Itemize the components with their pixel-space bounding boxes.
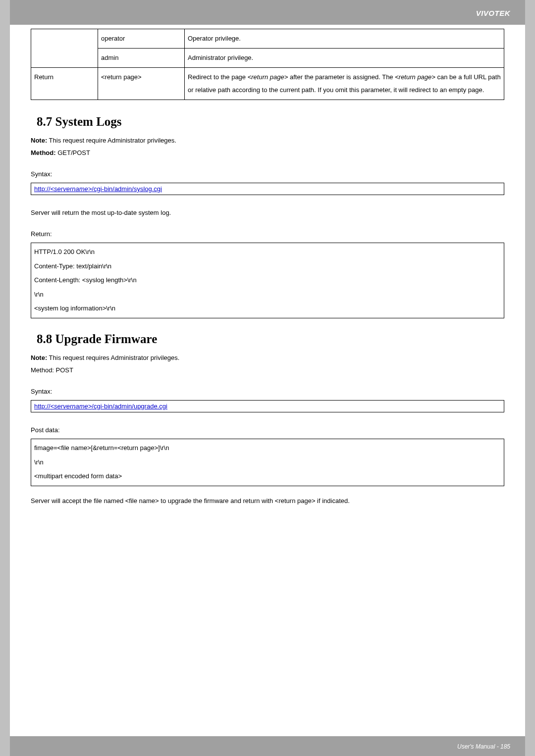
header-bar: VIVOTEK	[10, 0, 525, 25]
upgrade-url-link[interactable]: http://<servername>/cgi-bin/admin/upgrad…	[34, 403, 167, 410]
cell-return-desc: Redirect to the page <return page> after…	[185, 68, 504, 100]
text-frag-italic: <return page>	[248, 73, 288, 81]
section-heading-87: 8.7 System Logs	[37, 115, 504, 129]
url-frag-italic: <servername>	[51, 185, 92, 193]
note-line: Note: This request require Administrator…	[31, 137, 504, 144]
syslog-url-link[interactable]: http://<servername>/cgi-bin/admin/syslog…	[34, 185, 162, 193]
text-frag-italic: <return page>	[395, 73, 435, 81]
url-box: http://<servername>/cgi-bin/admin/syslog…	[31, 183, 504, 195]
return-code-box: HTTP/1.0 200 OK\r\n Content-Type: text/p…	[31, 243, 504, 318]
after-post-text: Server will accept the file named <file …	[31, 497, 504, 504]
method-label: Method:	[31, 149, 56, 156]
url-frag: http://	[34, 185, 51, 193]
url-frag: /cgi-bin/admin/upgrade.cgi	[92, 403, 167, 410]
cell-admin-desc: Administrator privilege.	[185, 49, 504, 68]
section-heading-88: 8.8 Upgrade Firmware	[37, 332, 504, 346]
parameter-table: operator Operator privilege. admin Admin…	[31, 29, 504, 100]
cell-return: Return	[31, 68, 98, 100]
cell-operator-desc: Operator privilege.	[185, 29, 504, 49]
text-frag: Redirect to the page	[188, 73, 248, 81]
return-label: Return:	[31, 230, 504, 238]
note-text: This request requires Administrator priv…	[47, 354, 179, 361]
note-text: This request require Administrator privi…	[47, 137, 176, 144]
code-line: Content-Type: text/plain\r\n	[34, 259, 501, 274]
content-area: operator Operator privilege. admin Admin…	[10, 25, 525, 504]
method-line: Method: GET/POST	[31, 149, 504, 156]
cell-operator: operator	[98, 29, 185, 49]
code-line: HTTP/1.0 200 OK\r\n	[34, 245, 501, 259]
code-line: fimage=<file name>[&return=<return page>…	[34, 441, 501, 455]
note-label: Note:	[31, 137, 47, 144]
table-row: operator Operator privilege.	[31, 29, 504, 49]
brand-text: VIVOTEK	[476, 9, 510, 17]
footer-text: User's Manual - 185	[457, 743, 510, 750]
url-frag: http://	[34, 403, 51, 410]
method-line: Method: POST	[31, 366, 504, 374]
note-label: Note:	[31, 354, 47, 361]
note-line: Note: This request requires Administrato…	[31, 354, 504, 361]
url-frag: /cgi-bin/admin/syslog.cgi	[92, 185, 162, 193]
code-line: <multipart encoded form data>	[34, 469, 501, 484]
code-line: \r\n	[34, 288, 501, 302]
page: VIVOTEK operator Operator privilege. adm…	[10, 0, 525, 756]
code-line: <system log information>\r\n	[34, 302, 501, 316]
code-line: Content-Length: <syslog length>\r\n	[34, 273, 501, 288]
footer-bar: User's Manual - 185	[10, 736, 525, 756]
text-frag: after the parameter is assigned. The	[288, 73, 395, 81]
table-row: admin Administrator privilege.	[31, 49, 504, 68]
code-line: \r\n	[34, 455, 501, 470]
cell-empty	[31, 29, 98, 68]
url-box: http://<servername>/cgi-bin/admin/upgrad…	[31, 400, 504, 412]
syntax-label: Syntax:	[31, 170, 504, 178]
post-data-label: Post data:	[31, 426, 504, 434]
url-frag-italic: <servername>	[51, 403, 92, 410]
table-row: Return <return page> Redirect to the pag…	[31, 68, 504, 100]
after-syntax-text: Server will return the most up-to-date s…	[31, 209, 504, 216]
cell-admin: admin	[98, 49, 185, 68]
syntax-label: Syntax:	[31, 388, 504, 395]
method-text: GET/POST	[56, 149, 90, 156]
post-data-box: fimage=<file name>[&return=<return page>…	[31, 439, 504, 486]
cell-return-page: <return page>	[98, 68, 185, 100]
